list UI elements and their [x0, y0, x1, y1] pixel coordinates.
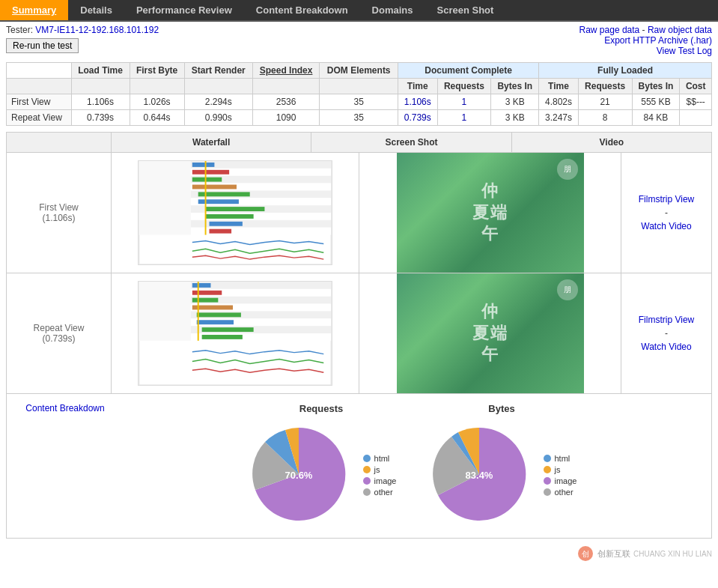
bytes-chart-block: Bytes 83.4%	[427, 403, 577, 529]
watch-video-link-rv[interactable]: Watch Video	[641, 342, 691, 352]
chinese-text-rv: 仲夏端午	[472, 301, 508, 366]
svg-rect-15	[192, 185, 237, 190]
content-breakdown-link[interactable]: Content Breakdown	[25, 403, 104, 413]
svg-text:83.4%: 83.4%	[465, 470, 493, 481]
col-start-render: Start Render	[184, 63, 252, 79]
legend-dot-other-bytes	[544, 488, 551, 496]
svg-rect-38	[197, 320, 234, 324]
cell-start-render-rv: 0.990s	[184, 110, 252, 126]
cell-dc-req-rv: 1	[437, 110, 491, 126]
cell-fl-bytes-rv: 84 KB	[632, 110, 680, 126]
svg-rect-40	[202, 335, 243, 339]
cell-load-time-fv: 1.106s	[71, 94, 130, 110]
screenshot-image-rv: 朋 仲夏端午	[397, 273, 584, 393]
legend-dot-html-req	[363, 455, 371, 462]
brand-label: 创新互联	[597, 548, 630, 560]
legend-label-other-req: other	[374, 488, 393, 497]
cell-fl-bytes-fv: 555 KB	[632, 94, 680, 110]
requests-title: Requests	[299, 403, 344, 414]
cell-dc-time-fv: 1.106s	[398, 94, 438, 110]
cell-fl-time-rv: 3.247s	[539, 110, 579, 126]
export-http-link[interactable]: Export HTTP Archive (.har)	[604, 35, 712, 46]
content-breakdown-label: Content Breakdown	[13, 403, 118, 413]
bytes-legend: html js image other	[544, 454, 577, 497]
screenshot-image-fv: 朋 仲夏端午	[397, 153, 584, 273]
cell-speed-index-fv: 2536	[252, 94, 320, 110]
nav-item-domains[interactable]: Domains	[360, 0, 425, 20]
cell-fl-req-rv: 8	[578, 110, 632, 126]
svg-rect-12	[192, 163, 215, 167]
brand-logo-icon: 创	[576, 545, 594, 563]
svg-text:创: 创	[582, 550, 589, 558]
dash-fv: -	[665, 207, 668, 218]
waterfall-chart-rv	[138, 281, 332, 386]
nav-item-summary[interactable]: Summary	[0, 0, 68, 20]
view-section: Waterfall Screen Shot Video First View (…	[6, 132, 712, 394]
brand-en-label: CHUANG XIN HU LIAN	[633, 550, 712, 558]
requests-pie-chart: 70.6%	[246, 422, 351, 529]
info-right: Raw page data - Raw object data Export H…	[579, 25, 712, 56]
first-view-label: First View (1.106s)	[7, 153, 112, 273]
svg-rect-37	[197, 312, 241, 317]
legend-label-js-req: js	[374, 465, 380, 474]
legend-dot-js-req	[363, 466, 371, 473]
nav-item-content-breakdown[interactable]: Content Breakdown	[244, 0, 360, 20]
cell-fl-req-fv: 21	[578, 94, 632, 110]
repeat-view-waterfall	[112, 273, 359, 393]
legend-label-image-req: image	[374, 476, 397, 485]
cell-start-render-fv: 2.294s	[184, 94, 252, 110]
cell-dc-bytes-fv: 3 KB	[491, 94, 539, 110]
first-view-video: Filmstrip View - Watch Video	[621, 153, 711, 273]
raw-object-data-link[interactable]: Raw object data	[648, 25, 712, 35]
legend-label-image-bytes: image	[555, 476, 577, 485]
view-test-log-link[interactable]: View Test Log	[657, 46, 712, 56]
legend-item-image-req: image	[363, 476, 397, 485]
svg-rect-34	[192, 291, 222, 295]
svg-rect-14	[192, 178, 222, 182]
svg-rect-18	[206, 207, 265, 211]
tester-link[interactable]: VM7-IE11-12-192.168.101.192	[35, 25, 159, 35]
dash-rv: -	[665, 328, 668, 339]
legend-dot-image-req	[363, 477, 371, 485]
legend-item-other-bytes: other	[544, 488, 577, 497]
cell-dc-bytes-rv: 3 KB	[491, 110, 539, 126]
svg-rect-17	[198, 199, 239, 204]
raw-page-data-link[interactable]: Raw page data	[579, 25, 640, 35]
watch-video-link-fv[interactable]: Watch Video	[641, 221, 691, 231]
repeat-view-row: Repeat View (0.739s)	[7, 273, 711, 393]
logo-circle-fv: 朋	[557, 159, 578, 180]
first-view-row: First View (1.106s)	[7, 153, 711, 273]
legend-dot-html-bytes	[544, 455, 551, 462]
screenshot-header: Screen Shot	[311, 133, 511, 152]
legend-item-html-req: html	[363, 454, 397, 463]
svg-rect-33	[192, 283, 211, 288]
svg-text:70.6%: 70.6%	[285, 470, 312, 481]
row-label-firstview: First View	[7, 94, 72, 110]
legend-item-image-bytes: image	[544, 476, 577, 485]
cell-dom-fv: 35	[320, 94, 398, 110]
nav-item-details[interactable]: Details	[68, 0, 124, 20]
cell-fl-cost-fv: $$---	[680, 94, 712, 110]
repeat-view-video: Filmstrip View - Watch Video	[621, 273, 711, 393]
bytes-pie-chart: 83.4%	[427, 422, 532, 529]
svg-rect-19	[206, 214, 254, 219]
nav-item-performance-review[interactable]: Performance Review	[124, 0, 244, 20]
legend-dot-js-bytes	[544, 466, 551, 473]
rerun-button[interactable]: Re-run the test	[6, 38, 79, 53]
filmstrip-view-link-rv[interactable]: Filmstrip View	[639, 315, 694, 325]
svg-rect-11	[139, 161, 191, 235]
legend-label-html-bytes: html	[555, 454, 571, 463]
footer: 创 创新互联 CHUANG XIN HU LIAN	[0, 542, 718, 566]
nav-item-screen-shot[interactable]: Screen Shot	[425, 0, 506, 20]
repeat-view-label: Repeat View (0.739s)	[7, 273, 112, 393]
cell-dc-time-rv: 0.739s	[398, 110, 438, 126]
legend-label-html-req: html	[374, 454, 390, 463]
cell-first-byte-rv: 0.644s	[130, 110, 184, 126]
requests-legend: html js image other	[363, 454, 397, 497]
cell-dc-req-fv: 1	[437, 94, 491, 110]
filmstrip-view-link-fv[interactable]: Filmstrip View	[639, 194, 694, 204]
nav-bar: Summary Details Performance Review Conte…	[0, 0, 718, 22]
info-row: Tester: VM7-IE11-12-192.168.101.192 Re-r…	[0, 22, 718, 59]
cell-dom-rv: 35	[320, 110, 398, 126]
col-load-time: Load Time	[71, 63, 130, 79]
